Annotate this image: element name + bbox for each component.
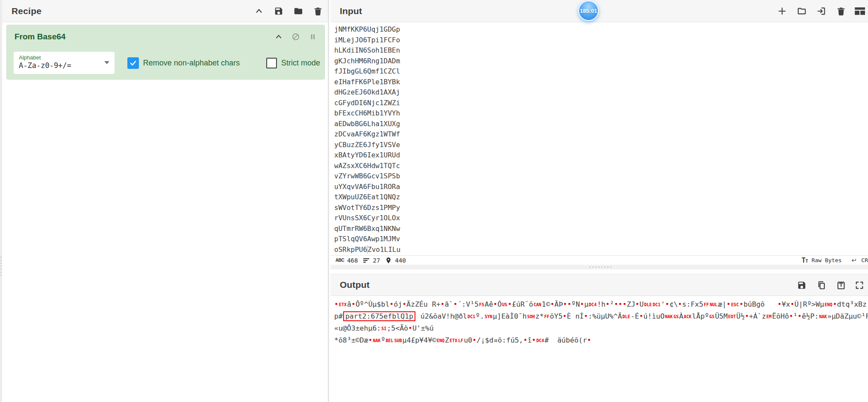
recipe-header: Recipe (2, 0, 328, 22)
save-output-button[interactable] (792, 274, 812, 296)
location-pin-icon (385, 257, 392, 264)
control-char: DC4 (536, 338, 544, 343)
operation-from-base64[interactable]: From Base64 Alphabet A-Za-z0-9+/= (6, 25, 325, 80)
control-char: US (502, 302, 508, 307)
checkbox-unchecked-icon[interactable] (266, 58, 277, 68)
control-char: LF (458, 338, 464, 343)
input-line[interactable]: iMLejJO6Tpi1FCFo (334, 35, 868, 46)
control-char: NUL (709, 302, 718, 307)
alphabet-select[interactable]: Alphabet A-Za-z0-9+/= (14, 52, 115, 74)
control-char: SYN (484, 314, 493, 319)
input-line[interactable]: wAZsxXC6Hdw1TQTc (334, 161, 868, 171)
strict-mode-checkbox[interactable]: Strict mode (266, 58, 320, 68)
control-char: ENQ (436, 338, 445, 343)
open-input-button[interactable] (812, 0, 831, 22)
operation-disable-icon[interactable] (290, 31, 301, 42)
control-char: EOT (728, 314, 736, 319)
input-line[interactable]: vZYrwWB6Gcv1SPSb (334, 171, 868, 182)
eol-value[interactable]: CR (861, 257, 868, 263)
control-char: DC4 (588, 302, 597, 307)
input-line[interactable]: rVUnsSX6Cyr1OLOx (334, 213, 868, 224)
control-char: ETX (338, 302, 347, 307)
input-output-splitter[interactable] (330, 265, 868, 269)
operation-collapse-icon[interactable] (273, 31, 284, 42)
output-title: Output (340, 280, 370, 290)
input-line[interactable]: zDCvaAF6Kgz1WTWf (334, 129, 868, 140)
control-char: ETX (449, 338, 458, 343)
clear-recipe-trash-button[interactable] (308, 0, 328, 22)
open-folder-button[interactable] (792, 0, 812, 22)
input-line[interactable]: gKJchHM6Rng1DADm (334, 56, 868, 67)
maximize-output-button[interactable] (851, 274, 868, 296)
input-textarea[interactable]: jNMfKKP6Uqj1GDGpiMLejJO6Tpi1FCFohLKdiIN6… (330, 22, 868, 255)
move-output-to-input-button[interactable] (831, 274, 851, 296)
control-char: SOH (527, 314, 536, 319)
input-line[interactable]: xBAtyYD6Iex1URUd (334, 150, 868, 161)
input-line[interactable]: tXWpuUZ6Eat1QNQz (334, 192, 868, 203)
input-layout-icon[interactable] (851, 0, 868, 22)
input-line[interactable]: hLKdiIN6Soh1EBEn (334, 45, 868, 56)
copy-output-button[interactable] (812, 274, 831, 296)
control-char: GS (673, 314, 679, 319)
input-line[interactable]: cGFydDI6Njc1ZWZi (334, 98, 868, 109)
input-line[interactable]: eIHafFK6Ple1BYBk (334, 77, 868, 88)
checkbox-checked-icon[interactable] (127, 57, 139, 69)
input-line[interactable]: aEDwbBG6Lha1XUXg (334, 119, 868, 130)
load-recipe-folder-button[interactable] (288, 0, 308, 22)
operation-breakpoint-pause-icon[interactable] (307, 31, 318, 42)
control-char: BEL (385, 338, 394, 343)
control-char: ACK (683, 314, 692, 319)
line-count-value: 27 (373, 257, 380, 264)
control-char: DLE (622, 314, 630, 319)
input-line[interactable]: uYXqvVA6Fbu1RORa (334, 182, 868, 192)
strict-mode-label: Strict mode (281, 59, 320, 68)
control-char: DC1 (467, 314, 476, 319)
output-line: •ETXâ•Ôº^Ùµ$bl•ój•ÄzZÉu R+•ã`•´:V¹5FSAê•… (334, 299, 868, 311)
control-char: ENQ (824, 302, 833, 307)
character-encoding-value[interactable]: Raw Bytes (812, 257, 842, 263)
control-char: SI (381, 326, 387, 331)
input-line[interactable]: fJIbgGL6Qmf1CZCl (334, 66, 868, 77)
input-line[interactable]: sWVotTY6Dzs1PMPy (334, 203, 868, 213)
cursor-position-value: 440 (395, 257, 406, 264)
control-char: NAK (819, 314, 827, 319)
control-char: GS (709, 314, 715, 319)
input-line[interactable]: pTSlqQV6Awp1MJMv (334, 234, 868, 245)
input-line[interactable]: oSRkpPU6Zvo1LILu (334, 245, 868, 255)
recipe-title: Recipe (12, 6, 41, 16)
input-status-bar: ABC 468 27 440 TT Raw Bytes CR (330, 255, 868, 265)
output-line: *õ8³±©Dæ•NAKºBELSUBµ4£p¥4¥©ENQZETXLFu0•/… (334, 335, 868, 347)
highlighted-match: part2:675efblQ1p (343, 311, 415, 321)
cursor-position: 440 (385, 257, 406, 264)
control-char: FS (479, 302, 485, 307)
bake-time-badge: 185:01 (578, 0, 599, 21)
line-count-icon (363, 257, 370, 264)
output-line: p#part2:675efblQ1p ú2&õaV!h@ðlDC1º.SYNµ]… (334, 311, 868, 323)
input-line[interactable]: qUTmrRW6Bxq1NKNw (334, 224, 868, 234)
alphabet-value: A-Za-z0-9+/= (19, 61, 109, 70)
character-encoding-icon[interactable]: TT (802, 257, 808, 264)
input-line[interactable]: jNMfKKP6Uqj1GDGp (334, 24, 868, 35)
alphabet-label: Alphabet (19, 54, 109, 61)
output-textarea: •ETXâ•Ôº^Ùµ$bl•ój•ÄzZÉu R+•ã`•´:V¹5FSAê•… (330, 296, 868, 402)
splitter-grip-dots[interactable] (588, 266, 613, 268)
operation-name: From Base64 (15, 32, 65, 41)
remove-non-alphabet-checkbox[interactable]: Remove non-alphabet chars (127, 57, 240, 69)
save-recipe-button[interactable] (269, 0, 288, 22)
collapse-recipe-button[interactable] (249, 0, 269, 22)
eol-return-arrow-icon[interactable] (850, 257, 858, 263)
clear-input-trash-button[interactable] (831, 0, 851, 22)
add-input-tab-button[interactable] (772, 0, 792, 22)
control-char: SUB (394, 338, 402, 343)
line-count: 27 (363, 257, 380, 264)
output-header: Output (330, 274, 868, 296)
control-char: NAK (372, 338, 381, 343)
splitter-grip[interactable] (0, 256, 2, 275)
input-header: Input 185:01 (330, 0, 868, 22)
input-line[interactable]: dHGzeEJ6Okd1AXAj (334, 87, 868, 98)
input-line[interactable]: yCBuzZE6Jfy1VSVe (334, 140, 868, 151)
control-char: FF (703, 302, 709, 307)
input-line[interactable]: bFExcCH6Mib1YVYh (334, 108, 868, 119)
char-count-value: 468 (347, 257, 358, 264)
input-title: Input (340, 6, 362, 16)
